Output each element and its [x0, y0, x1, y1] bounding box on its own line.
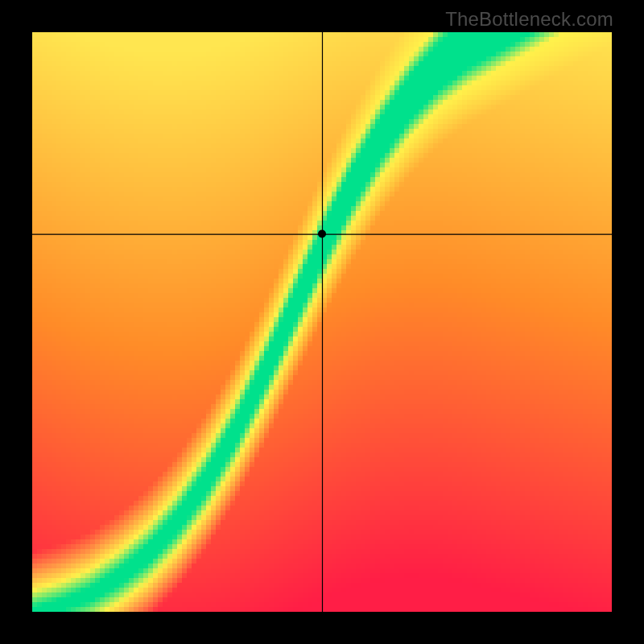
bottleneck-heatmap — [32, 32, 612, 612]
watermark-text: TheBottleneck.com — [445, 8, 613, 31]
chart-stage: TheBottleneck.com — [0, 0, 644, 644]
